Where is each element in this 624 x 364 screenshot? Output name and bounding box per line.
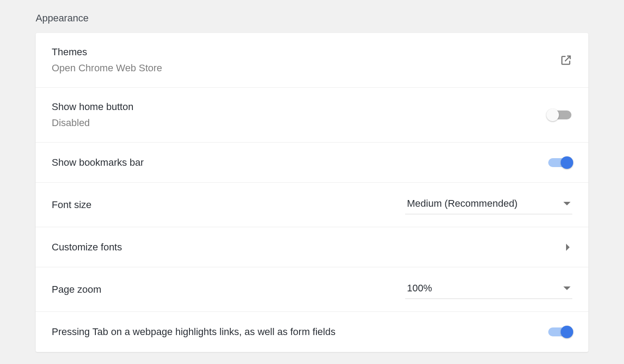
appearance-card: Themes Open Chrome Web Store Show home b… [36,33,588,352]
home-button-text: Show home button Disabled [52,101,133,129]
font-size-value: Medium (Recommended) [407,198,517,209]
font-size-label: Font size [52,199,91,211]
bookmarks-bar-row: Show bookmarks bar [36,143,588,183]
bookmarks-bar-label: Show bookmarks bar [52,157,144,168]
page-zoom-label: Page zoom [52,284,101,295]
home-button-sublabel: Disabled [52,117,133,129]
home-button-toggle[interactable] [547,110,572,119]
page-zoom-dropdown[interactable]: 100% [405,280,572,299]
home-button-row: Show home button Disabled [36,88,588,143]
page-zoom-value: 100% [407,282,432,294]
font-size-dropdown[interactable]: Medium (Recommended) [405,195,572,214]
toggle-thumb [546,109,559,121]
caret-down-icon [563,286,571,290]
themes-sublabel: Open Chrome Web Store [52,62,162,74]
bookmarks-bar-toggle[interactable] [547,158,572,167]
toggle-thumb [561,156,573,169]
page-zoom-row: Page zoom 100% [36,267,588,312]
tab-highlight-label: Pressing Tab on a webpage highlights lin… [52,326,336,338]
toggle-thumb [561,326,573,338]
tab-highlight-toggle[interactable] [547,327,572,336]
caret-down-icon [563,202,571,205]
customize-fonts-row[interactable]: Customize fonts [36,227,588,267]
section-title: Appearance [36,0,588,33]
themes-label: Themes [52,46,162,58]
home-button-label: Show home button [52,101,133,113]
customize-fonts-label: Customize fonts [52,241,122,253]
chevron-right-icon [566,244,570,251]
font-size-row: Font size Medium (Recommended) [36,183,588,227]
themes-text: Themes Open Chrome Web Store [52,46,162,74]
external-link-icon [560,54,572,66]
themes-row[interactable]: Themes Open Chrome Web Store [36,33,588,88]
tab-highlight-row: Pressing Tab on a webpage highlights lin… [36,312,588,352]
